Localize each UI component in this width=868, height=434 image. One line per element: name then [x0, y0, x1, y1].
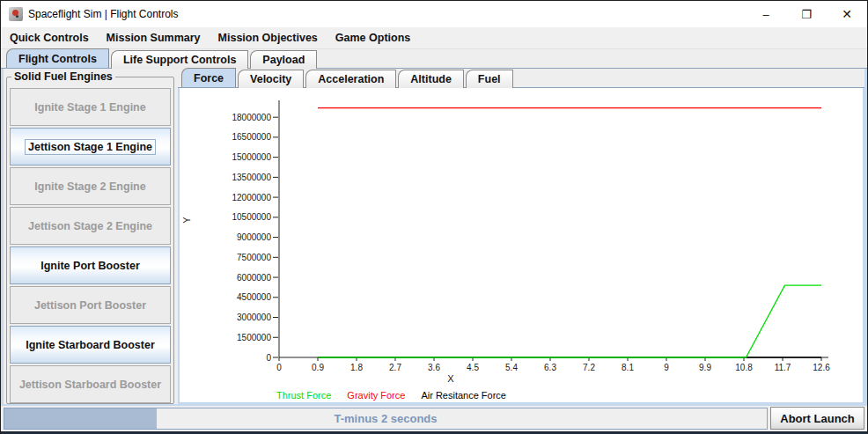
jettison-stage-1-button[interactable]: Jettison Stage 1 Engine	[10, 128, 171, 166]
abort-launch-button[interactable]: Abort Launch	[770, 407, 864, 430]
tab-flight-controls[interactable]: Flight Controls	[6, 48, 109, 68]
svg-text:12000000: 12000000	[232, 193, 272, 202]
svg-text:0: 0	[266, 353, 271, 363]
solid-fuel-engines-group: Solid Fuel Engines Ignite Stage 1 Engine…	[6, 77, 174, 404]
window-title: Spaceflight Sim | Flight Controls	[28, 8, 179, 20]
svg-text:9000000: 9000000	[237, 232, 271, 242]
svg-text:7500000: 7500000	[237, 253, 271, 262]
svg-text:Y: Y	[181, 217, 192, 224]
svg-text:12.6: 12.6	[813, 363, 830, 372]
svg-text:6.3: 6.3	[544, 363, 556, 372]
svg-text:16500000: 16500000	[232, 132, 272, 142]
svg-text:15000000: 15000000	[232, 152, 272, 162]
jettison-starboard-booster-button: Jettison Starboard Booster	[10, 365, 171, 403]
menu-mission-objectives[interactable]: Mission Objectives	[210, 29, 327, 47]
svg-text:9: 9	[664, 363, 669, 372]
svg-text:0: 0	[276, 363, 282, 372]
svg-text:18000000: 18000000	[232, 113, 272, 122]
svg-text:7.2: 7.2	[583, 363, 595, 372]
svg-text:5.4: 5.4	[505, 363, 518, 372]
legend-thrust-force: Thrust Force	[276, 390, 331, 401]
legend-air-resistance-force: Air Resitance Force	[421, 390, 506, 401]
countdown-text: T-minus 2 seconds	[4, 408, 767, 429]
tab-force[interactable]: Force	[181, 68, 236, 87]
svg-text:13500000: 13500000	[232, 173, 272, 182]
menu-quick-controls[interactable]: Quick Controls	[1, 29, 98, 47]
svg-text:1.8: 1.8	[350, 363, 363, 372]
status-bar: T-minus 2 seconds Abort Launch	[1, 406, 867, 431]
svg-text:3.6: 3.6	[428, 363, 440, 372]
tab-altitude[interactable]: Altitude	[398, 70, 464, 88]
svg-text:0.9: 0.9	[312, 363, 324, 372]
svg-text:X: X	[447, 373, 454, 384]
jettison-port-booster-button: Jettison Port Booster	[10, 286, 171, 324]
svg-text:10500000: 10500000	[232, 212, 272, 222]
svg-text:3000000: 3000000	[237, 313, 271, 322]
svg-text:10.8: 10.8	[735, 363, 753, 372]
menu-mission-summary[interactable]: Mission Summary	[98, 29, 210, 47]
svg-text:8.1: 8.1	[622, 363, 634, 372]
minimize-icon[interactable]: –	[746, 1, 786, 27]
app-icon	[9, 7, 23, 21]
ignite-stage-2-button: Ignite Stage 2 Engine	[10, 167, 171, 205]
svg-text:4500000: 4500000	[237, 292, 271, 302]
force-chart-panel: 0150000030000004500000600000075000009000…	[178, 88, 864, 404]
telemetry-chart-area: Force Velocity Acceleration Altitude Fue…	[178, 69, 864, 404]
flight-controls-panel: Solid Fuel Engines Ignite Stage 1 Engine…	[1, 69, 867, 406]
ignite-port-booster-button[interactable]: Ignite Port Booster	[10, 246, 171, 284]
menu-game-options[interactable]: Game Options	[327, 29, 419, 47]
svg-text:6000000: 6000000	[237, 273, 271, 283]
tab-life-support-controls[interactable]: Life Support Controls	[111, 50, 248, 69]
menu-bar: Quick Controls Mission Summary Mission O…	[1, 27, 867, 49]
countdown-progress-bar: T-minus 2 seconds	[4, 408, 768, 430]
svg-text:2.7: 2.7	[389, 363, 401, 372]
ignite-starboard-booster-button[interactable]: Ignite Starboard Booster	[10, 326, 171, 364]
tab-acceleration[interactable]: Acceleration	[305, 70, 396, 88]
chart-legend: Thrust Force Gravity Force Air Resitance…	[276, 390, 506, 401]
tab-velocity[interactable]: Velocity	[238, 70, 304, 88]
force-chart: 0150000030000004500000600000075000009000…	[180, 88, 857, 386]
jettison-stage-2-button: Jettison Stage 2 Engine	[10, 207, 171, 245]
svg-text:4.5: 4.5	[467, 363, 479, 372]
legend-gravity-force: Gravity Force	[347, 390, 405, 401]
tab-payload[interactable]: Payload	[250, 50, 317, 69]
main-tab-bar: Flight Controls Life Support Controls Pa…	[1, 49, 867, 69]
close-icon[interactable]: ✕	[827, 1, 867, 27]
svg-text:11.7: 11.7	[775, 363, 791, 372]
chart-tab-bar: Force Velocity Acceleration Altitude Fue…	[178, 69, 864, 88]
engine-controls-panel: Solid Fuel Engines Ignite Stage 1 Engine…	[4, 69, 178, 404]
svg-text:1500000: 1500000	[237, 333, 271, 342]
svg-text:9.9: 9.9	[699, 363, 711, 372]
app-window: Spaceflight Sim | Flight Controls – ❐ ✕ …	[0, 0, 868, 434]
window-controls: – ❐ ✕	[746, 1, 867, 27]
maximize-icon[interactable]: ❐	[786, 1, 827, 27]
tab-fuel[interactable]: Fuel	[466, 70, 513, 88]
ignite-stage-1-button: Ignite Stage 1 Engine	[10, 88, 171, 126]
title-bar: Spaceflight Sim | Flight Controls – ❐ ✕	[1, 1, 867, 27]
group-title: Solid Fuel Engines	[11, 70, 115, 83]
